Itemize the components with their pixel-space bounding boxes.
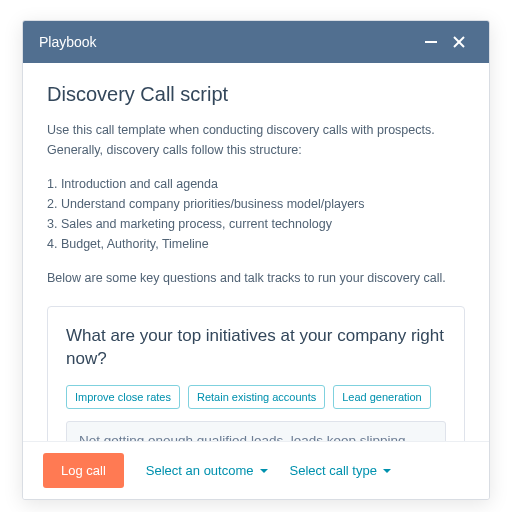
chip-improve-close-rates[interactable]: Improve close rates — [66, 385, 180, 409]
minimize-button[interactable] — [417, 28, 445, 56]
select-call-type-label: Select call type — [290, 463, 377, 478]
footer-bar: Log call Select an outcome Select call t… — [23, 441, 489, 499]
question-prompt: What are your top initiatives at your co… — [66, 325, 446, 371]
list-item: 1. Introduction and call agenda — [47, 174, 465, 194]
page-title: Discovery Call script — [47, 83, 465, 106]
question-card: What are your top initiatives at your co… — [47, 306, 465, 441]
close-button[interactable] — [445, 28, 473, 56]
steps-list: 1. Introduction and call agenda 2. Under… — [47, 174, 465, 254]
select-call-type-dropdown[interactable]: Select call type — [290, 463, 391, 478]
chip-row: Improve close rates Retain existing acco… — [66, 385, 446, 409]
select-outcome-label: Select an outcome — [146, 463, 254, 478]
log-call-button[interactable]: Log call — [43, 453, 124, 488]
window-title: Playbook — [39, 34, 417, 50]
select-outcome-dropdown[interactable]: Select an outcome — [146, 463, 268, 478]
playbook-panel: Playbook Discovery Call script Use this … — [22, 20, 490, 500]
intro-text: Use this call template when conducting d… — [47, 120, 465, 160]
chip-retain-existing-accounts[interactable]: Retain existing accounts — [188, 385, 325, 409]
panel-body: Discovery Call script Use this call temp… — [23, 63, 489, 441]
chip-lead-generation[interactable]: Lead generation — [333, 385, 431, 409]
below-note: Below are some key questions and talk tr… — [47, 268, 465, 288]
list-item: 2. Understand company priorities/busines… — [47, 194, 465, 214]
titlebar: Playbook — [23, 21, 489, 63]
list-item: 3. Sales and marketing process, current … — [47, 214, 465, 234]
close-icon — [452, 35, 466, 49]
scroll-area[interactable]: Discovery Call script Use this call temp… — [23, 63, 489, 441]
chevron-down-icon — [383, 469, 391, 473]
chevron-down-icon — [260, 469, 268, 473]
minimize-icon — [424, 35, 438, 49]
answer-textarea[interactable] — [66, 421, 446, 441]
list-item: 4. Budget, Authority, Timeline — [47, 234, 465, 254]
